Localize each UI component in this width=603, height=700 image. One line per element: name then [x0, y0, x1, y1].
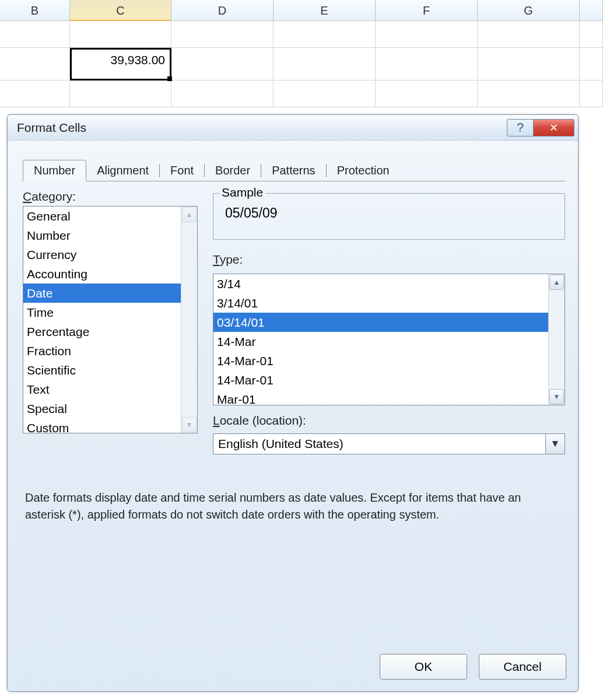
chevron-up-icon: ▲ [553, 278, 560, 286]
cell[interactable] [171, 80, 274, 107]
locale-label: Locale (location): [213, 414, 565, 430]
category-item-percentage[interactable]: Percentage [23, 322, 181, 341]
tab-number[interactable]: Number [23, 160, 86, 181]
scroll-up-button[interactable]: ▲ [182, 207, 197, 222]
sample-fieldset: Sample 05/05/09 [213, 193, 565, 240]
type-item[interactable]: 3/14/01 [213, 293, 548, 313]
cell[interactable] [478, 48, 580, 80]
locale-dropdown-button[interactable]: ▼ [545, 433, 565, 454]
column-header[interactable]: D [171, 0, 274, 21]
category-item-text[interactable]: Text [23, 380, 181, 399]
category-listbox[interactable]: General Number Currency Accounting Date … [23, 206, 198, 433]
category-item-scientific[interactable]: Scientific [23, 360, 181, 380]
scroll-down-button[interactable]: ▼ [549, 389, 564, 404]
cell[interactable] [376, 80, 478, 107]
cell[interactable] [0, 80, 70, 107]
tab-font[interactable]: Font [160, 160, 205, 181]
type-item[interactable]: 14-Mar [213, 332, 548, 351]
category-item-currency[interactable]: Currency [23, 245, 181, 264]
type-listbox[interactable]: 3/14 3/14/01 03/14/01 14-Mar 14-Mar-01 1… [213, 274, 565, 405]
locale-value[interactable]: English (United States) [213, 433, 545, 454]
column-headers-row: B C D E F G [0, 0, 603, 21]
cell[interactable] [274, 80, 376, 107]
column-header[interactable]: B [0, 0, 70, 21]
cell[interactable] [171, 48, 274, 80]
type-label: Type: [213, 253, 565, 269]
cell[interactable] [0, 21, 70, 48]
type-scrollbar[interactable]: ▲ ▼ [548, 274, 565, 405]
active-cell[interactable]: 39,938.00 [70, 48, 171, 80]
column-header[interactable]: G [478, 0, 580, 21]
category-scrollbar[interactable]: ▲ ▼ [181, 206, 197, 433]
sample-label: Sample [219, 186, 265, 200]
cell[interactable] [274, 48, 376, 80]
format-cells-dialog: Format Cells ? ✕ Number Alignment Font B… [7, 114, 579, 692]
category-label: Category: [23, 190, 198, 206]
spreadsheet-grid: B C D E F G 39,938.00 [0, 0, 603, 107]
cell[interactable] [171, 21, 274, 48]
cell[interactable] [580, 80, 603, 107]
category-item-special[interactable]: Special [23, 399, 181, 418]
close-icon: ✕ [549, 121, 558, 134]
dialog-titlebar[interactable]: Format Cells ? ✕ [8, 115, 578, 141]
category-item-custom[interactable]: Custom [23, 418, 181, 433]
cell[interactable] [376, 48, 478, 80]
close-button[interactable]: ✕ [534, 119, 574, 136]
type-item[interactable]: 14-Mar-01 [213, 351, 548, 370]
scroll-down-button[interactable]: ▼ [182, 417, 197, 432]
cancel-button[interactable]: Cancel [479, 654, 566, 680]
cell[interactable] [0, 48, 70, 80]
help-icon: ? [517, 120, 524, 135]
type-item-selected[interactable]: 03/14/01 [213, 313, 548, 332]
sample-value: 05/05/09 [222, 204, 556, 221]
cell[interactable] [70, 80, 171, 107]
locale-combobox[interactable]: English (United States) ▼ [213, 433, 565, 454]
chevron-down-icon: ▼ [553, 393, 560, 401]
tab-strip: Number Alignment Font Border Patterns Pr… [23, 156, 565, 181]
cell[interactable] [580, 21, 603, 48]
dialog-title: Format Cells [17, 121, 507, 135]
chevron-up-icon: ▲ [186, 211, 193, 219]
ok-button[interactable]: OK [380, 654, 467, 680]
cell[interactable] [274, 21, 376, 48]
type-item[interactable]: Mar-01 [213, 390, 548, 405]
format-description: Date formats display date and time seria… [23, 489, 559, 523]
cell[interactable] [70, 21, 171, 48]
chevron-down-icon: ▼ [551, 438, 560, 450]
tab-border[interactable]: Border [205, 160, 261, 181]
category-item-general[interactable]: General [23, 206, 181, 226]
scroll-up-button[interactable]: ▲ [549, 275, 564, 290]
category-item-number[interactable]: Number [23, 226, 181, 245]
category-item-time[interactable]: Time [23, 303, 181, 322]
category-item-fraction[interactable]: Fraction [23, 341, 181, 360]
help-button[interactable]: ? [507, 119, 534, 136]
column-header[interactable] [580, 0, 603, 21]
tab-alignment[interactable]: Alignment [86, 160, 160, 181]
cell[interactable] [376, 21, 478, 48]
tab-patterns[interactable]: Patterns [261, 160, 326, 181]
chevron-down-icon: ▼ [186, 421, 193, 429]
cell[interactable] [580, 48, 603, 80]
category-item-date[interactable]: Date [23, 284, 181, 303]
cell[interactable] [478, 80, 580, 107]
cell[interactable] [478, 21, 580, 48]
category-item-accounting[interactable]: Accounting [23, 264, 181, 284]
column-header[interactable]: E [274, 0, 376, 21]
column-header-selected[interactable]: C [70, 0, 171, 21]
type-item[interactable]: 14-Mar-01 [213, 370, 548, 390]
type-item[interactable]: 3/14 [213, 274, 548, 293]
column-header[interactable]: F [376, 0, 478, 21]
tab-protection[interactable]: Protection [327, 160, 401, 181]
